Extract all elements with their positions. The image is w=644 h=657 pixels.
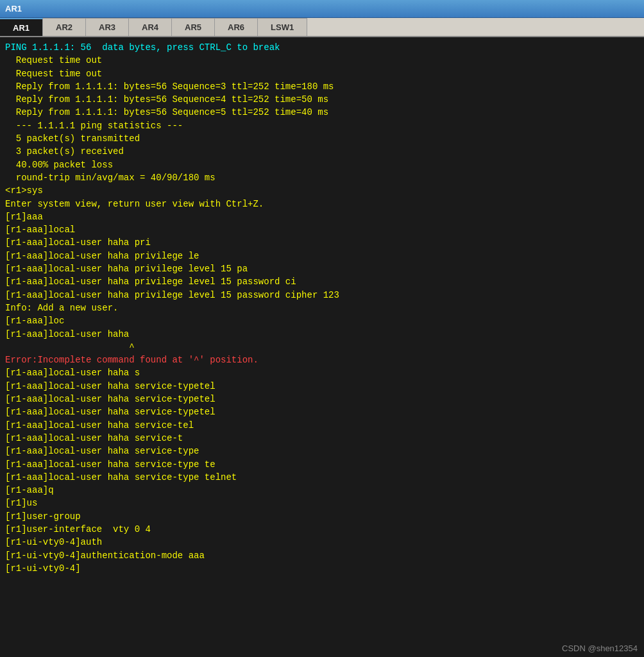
terminal-line: Error:Incomplete command found at '^' po… (5, 354, 639, 366)
tab-ar3[interactable]: AR3 (86, 18, 129, 36)
tab-bar: AR1AR2AR3AR4AR5AR6LSW1 (0, 18, 644, 37)
terminal-line: 40.00% packet loss (5, 158, 639, 171)
watermark: CSDN @shen12354 (562, 644, 638, 653)
terminal-line: [r1-aaa]local-user haha pri (5, 236, 639, 249)
terminal-line: [r1]user-group (5, 510, 639, 523)
title-bar: AR1 (0, 0, 644, 18)
terminal-line: Enter system view, return user view with… (5, 198, 639, 210)
terminal-line: Reply from 1.1.1.1: bytes=56 Sequence=3 … (5, 80, 639, 93)
tab-ar2[interactable]: AR2 (43, 18, 86, 36)
terminal-line: [r1-aaa]q (5, 484, 639, 497)
terminal-line: [r1]us (5, 497, 639, 509)
terminal-line: Reply from 1.1.1.1: bytes=56 Sequence=5 … (5, 106, 639, 119)
terminal-line: [r1-aaa]local-user haha privilege level … (5, 289, 639, 302)
terminal-line: [r1-aaa]loc (5, 314, 639, 327)
terminal-line: [r1-aaa]local-user haha privilege level … (5, 275, 639, 288)
terminal-line: [r1-aaa]local (5, 223, 639, 236)
terminal-line: [r1-aaa]local-user haha s (5, 366, 639, 379)
terminal-line: 3 packet(s) received (5, 145, 639, 158)
terminal-line: [r1-aaa]local-user haha service-type tel… (5, 471, 639, 484)
terminal-line: Request time out (5, 54, 639, 67)
terminal-line: --- 1.1.1.1 ping statistics --- (5, 119, 639, 132)
terminal-line: [r1-aaa]local-user haha service-typetel (5, 380, 639, 393)
terminal-line: [r1-aaa]local-user haha privilege level … (5, 262, 639, 275)
terminal-line: [r1-ui-vty0-4]auth (5, 536, 639, 549)
tab-ar5[interactable]: AR5 (172, 18, 215, 36)
terminal-line: PING 1.1.1.1: 56 data bytes, press CTRL_… (5, 41, 639, 54)
terminal-line: round-trip min/avg/max = 40/90/180 ms (5, 171, 639, 184)
tab-ar6[interactable]: AR6 (215, 18, 258, 36)
terminal-line: [r1]aaa (5, 210, 639, 223)
terminal-line: Reply from 1.1.1.1: bytes=56 Sequence=4 … (5, 93, 639, 106)
terminal-line: <r1>sys (5, 184, 639, 197)
terminal-line: [r1-ui-vty0-4]authentication-mode aaa (5, 549, 639, 562)
terminal-line: Request time out (5, 67, 639, 80)
terminal-line: [r1-aaa]local-user haha privilege le (5, 250, 639, 262)
terminal-line: 5 packet(s) transmitted (5, 132, 639, 145)
terminal-line: [r1-aaa]local-user haha service-t (5, 432, 639, 445)
terminal-line: [r1-aaa]local-user haha service-type te (5, 458, 639, 471)
terminal-line: [r1-aaa]local-user haha service-typetel (5, 393, 639, 405)
terminal-line: [r1]user-interface vty 0 4 (5, 523, 639, 536)
terminal-line: [r1-aaa]local-user haha service-tel (5, 419, 639, 432)
tab-lsw1[interactable]: LSW1 (258, 18, 307, 36)
title-bar-text: AR1 (5, 4, 22, 13)
terminal-line: ^ (5, 341, 639, 354)
terminal-line: [r1-aaa]local-user haha service-typetel (5, 405, 639, 418)
terminal-line: [r1-aaa]local-user haha service-type (5, 445, 639, 457)
terminal-line: Info: Add a new user. (5, 302, 639, 314)
terminal[interactable]: PING 1.1.1.1: 56 data bytes, press CTRL_… (0, 37, 644, 657)
tab-ar4[interactable]: AR4 (129, 18, 172, 36)
tab-ar1[interactable]: AR1 (0, 18, 43, 36)
terminal-line: [r1-ui-vty0-4] (5, 562, 639, 575)
terminal-line: [r1-aaa]local-user haha (5, 328, 639, 341)
